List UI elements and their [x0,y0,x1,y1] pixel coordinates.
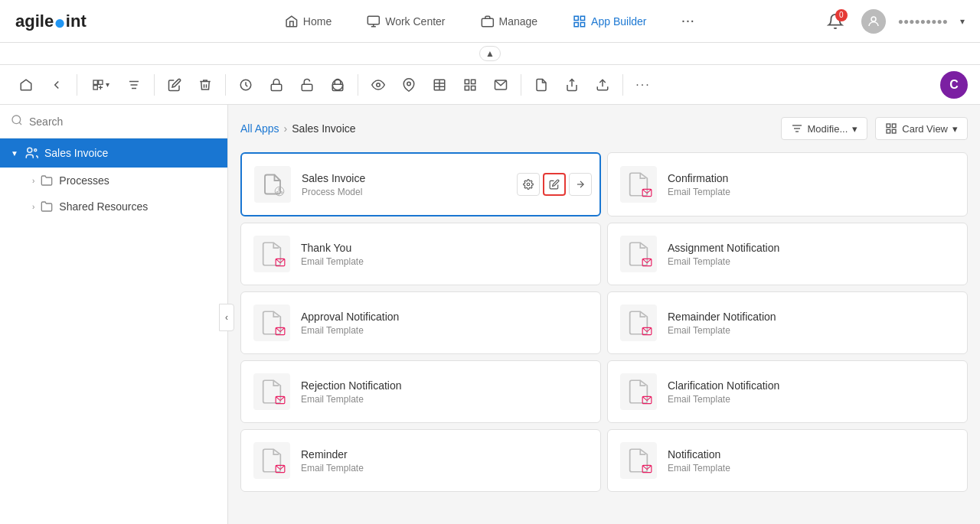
nav-manage-label: Manage [499,15,538,28]
grid2-icon [463,78,477,92]
nav-appbuilder[interactable]: App Builder [567,11,652,31]
card-clarification-notification[interactable]: Clarification Notification Email Templat… [607,360,968,423]
card-grid: Sales Invoice Process Model [240,152,968,492]
breadcrumb-current: Sales Invoice [292,122,355,135]
sidebar-collapse-button[interactable]: ‹ [219,304,234,331]
card-edit-btn-sales-invoice[interactable] [543,173,566,196]
sidebar-item-sales-invoice[interactable]: ▼ Sales Invoice [0,138,227,168]
svg-rect-43 [893,124,897,128]
card-settings-btn-sales-invoice[interactable] [517,173,540,196]
card-title-approval-notification: Approval Notification [301,311,588,323]
card-info-rejection-notification: Rejection Notification Email Template [301,379,588,405]
svg-rect-11 [93,85,97,89]
sort-button[interactable]: Modifie... ▾ [781,117,868,140]
toolbar-add-button[interactable]: ▾ [83,71,117,99]
collapse-button[interactable]: ▲ [479,46,501,61]
toolbar-lock-button[interactable] [263,71,290,99]
svg-point-23 [407,82,411,86]
toolbar-home-button[interactable] [12,71,40,99]
email-overlay-icon [642,258,652,267]
filter-icon [127,78,141,92]
card-rejection-notification[interactable]: Rejection Notification Email Template [240,360,601,423]
card-assignment-notification[interactable]: Assignment Notification Email Template [607,223,968,285]
processes-arrow: › [32,177,34,185]
nav-home[interactable]: Home [279,11,338,31]
card-reminder[interactable]: Reminder Email Template [240,429,601,492]
nav-links: Home Work Center Manage App Builder ··· [279,11,701,31]
card-notification[interactable]: Notification Email Template [607,429,968,492]
card-title-confirmation: Confirmation [668,172,955,184]
toolbar-table-button[interactable] [426,71,453,99]
user-dropdown-icon[interactable]: ▾ [960,16,965,27]
toolbar-more-button[interactable]: ··· [629,71,657,99]
card-subtitle-approval-notification: Email Template [301,325,588,336]
nav-more-label: ··· [682,15,696,28]
toolbar-email-button[interactable] [487,71,514,99]
home-icon [285,15,299,28]
card-remainder-notification[interactable]: Remainder Notification Email Template [607,291,968,354]
breadcrumb: All Apps › Sales Invoice [240,122,356,135]
svg-rect-42 [887,124,890,128]
nav-manage[interactable]: Manage [475,11,544,31]
toolbar-delete-button[interactable] [191,71,219,99]
nav-more[interactable]: ··· [676,12,702,31]
toolbar-doc-button[interactable] [528,71,555,99]
toolbar-eye-button[interactable] [364,71,392,99]
toolbar-export-button[interactable] [589,71,616,99]
svg-line-51 [279,190,282,192]
toolbar-unlock-button[interactable] [293,71,321,99]
notification-button[interactable]: 0 [822,8,849,35]
svg-rect-19 [302,84,312,90]
header-controls: Modifie... ▾ Card View ▾ [781,117,968,140]
collapse-bar: ▲ [0,43,980,65]
logo[interactable]: agile●int [15,11,87,31]
toolbar-lock2-button[interactable] [324,71,351,99]
breadcrumb-parent[interactable]: All Apps [240,122,279,135]
sidebar-item-processes[interactable]: › Processes [21,168,227,194]
monitor-icon [367,15,381,28]
card-more-btn-sales-invoice[interactable] [569,173,592,196]
card-subtitle-confirmation: Email Template [668,187,955,197]
toolbar-history-button[interactable] [232,71,260,99]
edit-icon [168,78,181,92]
search-input[interactable] [29,116,217,128]
sort-label: Modifie... [808,123,848,135]
svg-rect-28 [465,80,469,83]
svg-point-38 [34,149,37,151]
card-title-rejection-notification: Rejection Notification [301,379,588,392]
toolbar-location-button[interactable] [395,71,423,99]
nav-workcenter[interactable]: Work Center [361,11,451,31]
card-sales-invoice[interactable]: Sales Invoice Process Model [240,152,601,216]
email-overlay-icon [275,327,286,336]
view-button[interactable]: Card View ▾ [875,117,968,140]
email-overlay-icon [642,188,652,197]
table-icon [433,78,446,92]
nav-appbuilder-label: App Builder [591,15,646,28]
sidebar-item-shared[interactable]: › Shared Resources [21,194,227,220]
svg-rect-7 [581,22,585,26]
card-icon-sales-invoice [254,166,291,203]
toolbar-sep-2 [154,74,155,96]
edit-card-icon [549,179,560,190]
card-confirmation[interactable]: Confirmation Email Template [607,152,968,216]
toolbar-grid-button[interactable] [456,71,484,99]
toolbar-edit-button[interactable] [161,71,188,99]
sidebar-selected-label: Sales Invoice [44,147,108,159]
card-icon-remainder-notification [620,304,657,341]
card-approval-notification[interactable]: Approval Notification Email Template [240,291,601,354]
card-icon-confirmation [620,166,657,203]
sidebar-search [0,105,227,138]
card-thank-you[interactable]: Thank You Email Template [240,223,601,285]
svg-point-35 [12,116,21,124]
card-subtitle-notification: Email Template [668,463,955,474]
toolbar-filter-button[interactable] [120,71,148,99]
toolbar-user-initial[interactable]: C [940,71,968,99]
toolbar-back-button[interactable] [43,71,70,99]
nav-right: 0 ●●●●●●●●● ▾ [822,8,965,35]
toolbar-share-button[interactable] [558,71,586,99]
email-overlay-icon [275,395,286,405]
svg-point-52 [527,183,530,186]
user-avatar[interactable] [861,9,886,34]
svg-rect-30 [465,86,469,90]
grid-icon [573,15,586,28]
